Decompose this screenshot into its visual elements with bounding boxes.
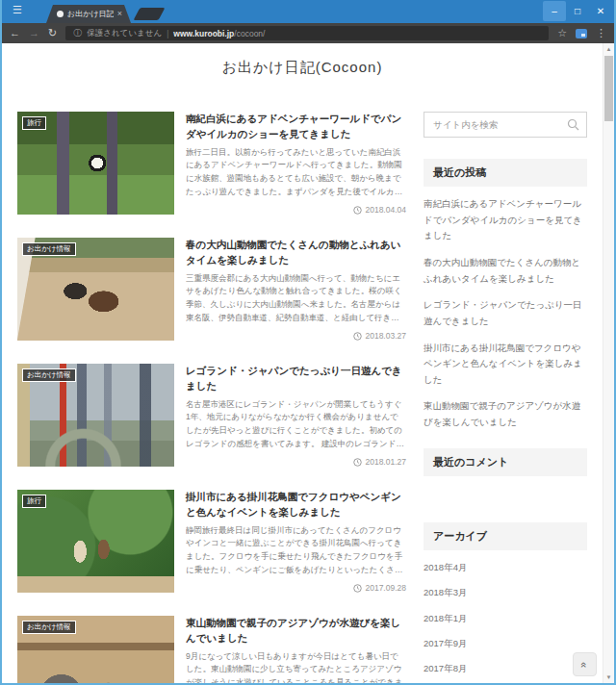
archive-link[interactable]: 2018年1月	[424, 613, 587, 624]
close-button[interactable]: ✕	[589, 1, 612, 21]
refresh-icon[interactable]: ↻	[48, 28, 57, 38]
window-titlebar: ☰ お出かけ日記(Cocoon) | 遊 × – □ ✕	[2, 0, 614, 23]
browser-menu-icon[interactable]: ⋮	[596, 27, 606, 39]
page-info-icon[interactable]: ⓘ	[73, 27, 82, 39]
article-meta: 2018.03.27	[186, 331, 406, 341]
scrollbar-thumb[interactable]	[604, 56, 613, 121]
article-body: 掛川市にある掛川花鳥園でフクロウやペンギンと色んなイベントを楽しみました 静岡旅…	[186, 490, 406, 593]
article-title[interactable]: 東山動物園で親子のアジアゾウが水遊びを楽しんでいました	[186, 616, 406, 647]
article-entry: お出かけ情報 レゴランド・ジャパンでたっぷり一日遊んできました 名古屋市港区にレ…	[17, 364, 406, 467]
recent-post-link[interactable]: 春の大内山動物園でたくさんの動物とふれあいタイムを楽しみました	[424, 255, 587, 287]
archive-heading: アーカイブ	[424, 522, 587, 550]
article-list: 旅行 南紀白浜にあるアドベンチャーワールドでパンダやイルカのショーを見てきました…	[17, 112, 406, 683]
article-date: 2018.04.04	[365, 205, 406, 215]
bookmark-star-icon[interactable]: ☆	[557, 27, 567, 39]
archive-link[interactable]: 2017年8月	[424, 663, 587, 674]
scroll-to-top-button[interactable]: «	[573, 652, 597, 676]
category-badge[interactable]: お出かけ情報	[22, 621, 76, 634]
minimize-button[interactable]: –	[543, 1, 566, 21]
browser-tab[interactable]: お出かけ日記(Cocoon) | 遊 ×	[46, 5, 131, 23]
article-excerpt: 静岡旅行最終日は同じ掛川市にあってたくさんのフクロウやインコと一緒に遊ぶことがで…	[186, 524, 406, 577]
category-badge[interactable]: お出かけ情報	[22, 242, 76, 256]
recent-post-link[interactable]: レゴランド・ジャパンでたっぷり一日遊んできました	[424, 297, 587, 329]
article-title[interactable]: 南紀白浜にあるアドベンチャーワールドでパンダやイルカのショーを見てきました	[186, 112, 406, 142]
tab-title: お出かけ日記(Cocoon) | 遊	[67, 9, 114, 19]
article-title[interactable]: レゴランド・ジャパンでたっぷり一日遊んできました	[186, 364, 406, 394]
article-thumbnail[interactable]: 旅行	[17, 490, 174, 593]
article-entry: お出かけ情報 春の大内山動物園でたくさんの動物とふれあいタイムを楽しみました 三…	[17, 238, 406, 341]
recent-posts-heading: 最近の投稿	[424, 159, 587, 187]
archive-widget: アーカイブ 2018年4月 2018年3月 2018年1月 2017年9月	[424, 522, 587, 683]
recent-comments-widget: 最近のコメント	[424, 448, 587, 505]
article-entry: 旅行 南紀白浜にあるアドベンチャーワールドでパンダやイルカのショーを見てきました…	[17, 112, 406, 215]
category-badge[interactable]: 旅行	[22, 495, 46, 508]
article-body: レゴランド・ジャパンでたっぷり一日遊んできました 名古屋市港区にレゴランド・ジャ…	[186, 364, 406, 467]
archive-link[interactable]: 2018年3月	[424, 587, 587, 598]
article-body: 南紀白浜にあるアドベンチャーワールドでパンダやイルカのショーを見てきました 旅行…	[186, 112, 406, 215]
article-thumbnail[interactable]: お出かけ情報	[17, 364, 174, 467]
url-host: www.kuroobi.jp	[173, 29, 234, 38]
article-meta: 2017.09.28	[186, 583, 406, 593]
clock-icon	[353, 584, 362, 593]
clock-icon	[353, 458, 362, 467]
address-bar[interactable]: ⓘ 保護されていません | www.kuroobi.jp/cocoon/	[65, 26, 549, 40]
recent-comments-empty	[424, 486, 587, 505]
article-thumbnail[interactable]: 旅行	[17, 112, 174, 215]
back-icon[interactable]: ←	[10, 28, 20, 38]
article-date: 2018.03.27	[365, 331, 406, 341]
article-title[interactable]: 春の大内山動物園でたくさんの動物とふれあいタイムを楽しみました	[186, 238, 406, 268]
search-icon[interactable]	[567, 118, 579, 131]
article-body: 東山動物園で親子のアジアゾウが水遊びを楽しんでいました 9月になって涼しい日もあ…	[186, 616, 406, 683]
maximize-button[interactable]: □	[566, 1, 589, 21]
browser-window: ☰ お出かけ日記(Cocoon) | 遊 × – □ ✕ ← → ↻ ⓘ 保護さ…	[0, 0, 616, 685]
scrollbar-down-arrow[interactable]: ▼	[603, 672, 614, 683]
article-title[interactable]: 掛川市にある掛川花鳥園でフクロウやペンギンと色んなイベントを楽しみました	[186, 490, 406, 520]
archive-list: 2018年4月 2018年3月 2018年1月 2017年9月 2017年8月 …	[424, 562, 587, 683]
recent-posts-widget: 最近の投稿 南紀白浜にあるアドベンチャーワールドでパンダやイルカのショーを見てき…	[424, 159, 587, 431]
page-content: お出かけ日記(Cocoon) 旅行 南紀白浜にあるアドベンチャーワールドでパンダ…	[2, 43, 603, 683]
browser-window-icon: ☰	[13, 5, 22, 15]
archive-link[interactable]: 2017年9月	[424, 638, 587, 649]
clock-icon	[353, 206, 362, 215]
article-date: 2017.09.28	[365, 583, 406, 593]
article-entry: お出かけ情報 東山動物園で親子のアジアゾウが水遊びを楽しんでいました 9月になっ…	[17, 616, 406, 683]
article-excerpt: 三重県度会郡にある大内山動物園へ行って、動物たちにエサをあげたり色んな動物と触れ…	[186, 272, 406, 325]
recent-post-link[interactable]: 東山動物園で親子のアジアゾウが水遊びを楽しんでいました	[424, 398, 587, 430]
sidebar: 最近の投稿 南紀白浜にあるアドベンチャーワールドでパンダやイルカのショーを見てき…	[424, 112, 587, 683]
category-badge[interactable]: お出かけ情報	[22, 368, 76, 382]
search-input[interactable]	[424, 112, 587, 138]
article-meta: 2018.01.27	[186, 457, 406, 467]
tab-favicon-icon	[57, 11, 64, 17]
address-divider: |	[167, 29, 168, 38]
archive-link[interactable]: 2018年4月	[424, 562, 587, 573]
article-entry: 旅行 掛川市にある掛川花鳥園でフクロウやペンギンと色んなイベントを楽しみました …	[17, 490, 406, 593]
article-thumbnail[interactable]: お出かけ情報	[17, 238, 174, 341]
page-viewport: お出かけ日記(Cocoon) 旅行 南紀白浜にあるアドベンチャーワールドでパンダ…	[2, 43, 614, 683]
double-chevron-up-icon: «	[579, 661, 591, 667]
new-tab-button[interactable]	[134, 8, 166, 20]
article-excerpt: 9月になって涼しい日もありますが今日はとても暑い日でした。東山動物園に少し立ち寄…	[186, 650, 406, 684]
recent-post-link[interactable]: 南紀白浜にあるアドベンチャーワールドでパンダやイルカのショーを見てきました	[424, 196, 587, 244]
security-status: 保護されていません	[87, 28, 162, 39]
category-badge[interactable]: 旅行	[22, 116, 46, 130]
browser-toolbar: ← → ↻ ⓘ 保護されていません | www.kuroobi.jp/cocoo…	[2, 23, 614, 43]
url-path: /cocoon/	[234, 29, 265, 38]
article-meta: 2018.04.04	[186, 205, 406, 215]
article-excerpt: 名古屋市港区にレゴランド・ジャパンが開業してもうすぐ1年、地元にありながらなかな…	[186, 398, 406, 451]
page-scrollbar[interactable]: ▲ ▼	[603, 43, 614, 683]
scrollbar-up-arrow[interactable]: ▲	[603, 43, 614, 55]
recent-comments-heading: 最近のコメント	[424, 448, 587, 476]
recent-posts-list: 南紀白浜にあるアドベンチャーワールドでパンダやイルカのショーを見てきました 春の…	[424, 196, 587, 431]
article-thumbnail[interactable]: お出かけ情報	[17, 616, 174, 683]
forward-icon[interactable]: →	[29, 28, 39, 38]
article-date: 2018.01.27	[365, 457, 406, 467]
tab-close-icon[interactable]: ×	[117, 10, 122, 18]
window-controls: – □ ✕	[543, 1, 612, 21]
site-title[interactable]: お出かけ日記(Cocoon)	[2, 59, 603, 77]
recent-post-link[interactable]: 掛川市にある掛川花鳥園でフクロウやペンギンと色んなイベントを楽しみました	[424, 341, 587, 389]
article-body: 春の大内山動物園でたくさんの動物とふれあいタイムを楽しみました 三重県度会郡にあ…	[186, 238, 406, 341]
extension-icon[interactable]	[576, 29, 587, 38]
clock-icon	[353, 332, 362, 341]
search-box	[424, 112, 587, 138]
article-excerpt: 旅行二日目。以前から行ってみたいと思っていた南紀白浜にあるアドベンチャーワールド…	[186, 146, 406, 199]
